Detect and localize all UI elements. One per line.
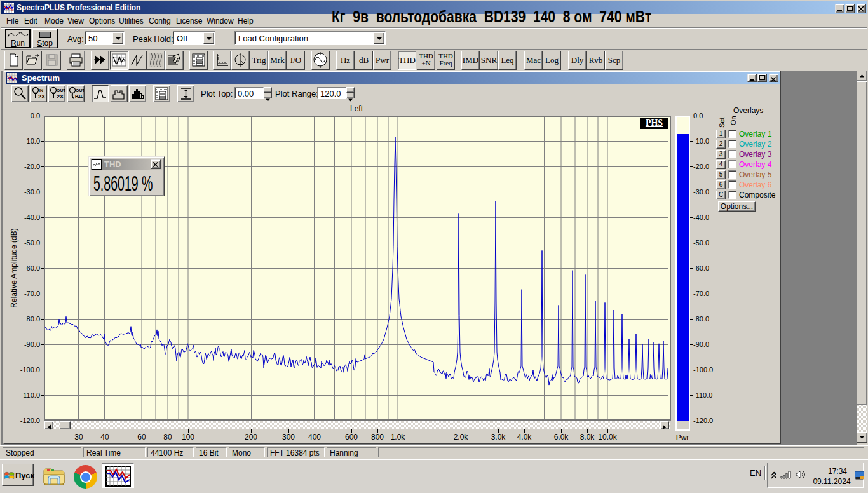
svg-text:FULL: FULL xyxy=(75,94,83,98)
svg-text:OUT: OUT xyxy=(57,88,65,93)
svg-text:IN: IN xyxy=(39,88,43,93)
svg-text:OUT: OUT xyxy=(76,88,84,93)
svg-text:2X: 2X xyxy=(38,93,45,100)
svg-text:2X: 2X xyxy=(57,93,64,100)
